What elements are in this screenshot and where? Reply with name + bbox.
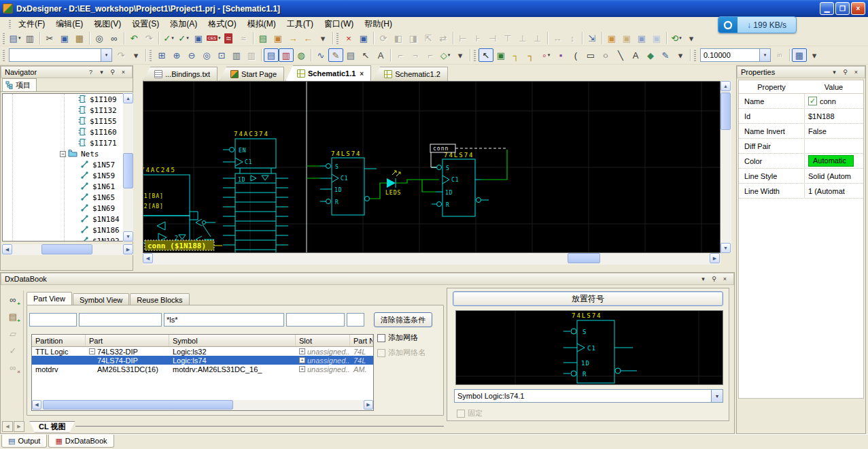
value-combo[interactable]: ▾: [9, 48, 112, 62]
tree-item[interactable]: $1N186: [3, 224, 123, 235]
text-tool-button[interactable]: A: [628, 48, 643, 62]
panel-menu-button[interactable]: ▾: [97, 67, 107, 77]
tab-part-view[interactable]: Part View: [27, 292, 72, 305]
tree-folder-nets[interactable]: −Nets: [3, 148, 123, 159]
toolbar-overflow[interactable]: ▾: [807, 48, 822, 62]
tab-reuse-blocks[interactable]: Reuse Blocks: [130, 293, 189, 305]
ces-button[interactable]: CES▾: [206, 31, 221, 45]
add-library-button[interactable]: ▤+: [5, 309, 21, 324]
expand-icon[interactable]: +: [299, 348, 305, 354]
table-row[interactable]: 74LS74-DIPLogic:ls74+unassigned...74L: [32, 356, 373, 365]
place-symbol-button[interactable]: 放置符号: [453, 291, 723, 306]
tree-item[interactable]: $1I155: [3, 116, 123, 127]
table-row[interactable]: TTL Logic−74LS32-DIPLogic:ls32+unassigne…: [32, 347, 373, 356]
line-tool-button[interactable]: ╲: [613, 48, 628, 62]
scroll-right-icon[interactable]: ▶: [364, 400, 373, 410]
copy-block-button[interactable]: ▣: [271, 31, 285, 45]
navigator-toggle-button[interactable]: ▤: [264, 48, 279, 62]
scrollbar-thumb[interactable]: [43, 400, 233, 410]
tab--bindings-txt[interactable]: ...Bindings.txt: [143, 67, 218, 81]
column-slot[interactable]: Slot: [296, 335, 350, 346]
parts-table[interactable]: PartitionPartSymbolSlotPart N TTL Logic−…: [31, 334, 374, 411]
scroll-left-icon[interactable]: ◀: [32, 400, 41, 410]
canvas-vscrollbar[interactable]: ▲ ▼: [721, 81, 731, 253]
output-toggle-button[interactable]: ▥: [279, 48, 294, 62]
menu-item[interactable]: 模拟(M): [242, 17, 281, 31]
send-backward-button[interactable]: ▣: [649, 31, 664, 45]
menu-item[interactable]: 视图(V): [88, 17, 126, 31]
component-74ls74-1[interactable]: 74LS74 S C1 1D R: [320, 150, 377, 215]
packager-button[interactable]: ▣: [191, 31, 206, 45]
tab-symbol-view[interactable]: Symbol View: [73, 293, 129, 305]
zoom-select-button[interactable]: ◎: [92, 31, 107, 45]
speed-overlay[interactable]: ↓ 199 KB/s: [718, 16, 797, 33]
scroll-left-icon[interactable]: ◀: [2, 244, 12, 254]
canvas-hscrollbar[interactable]: ◀ ▶: [143, 253, 721, 265]
rect-tool-button[interactable]: ▭: [583, 48, 598, 62]
paste-button[interactable]: ▦: [72, 31, 87, 45]
panel-close-button[interactable]: ×: [851, 67, 861, 77]
bus-tool-button[interactable]: ┐: [523, 48, 538, 62]
place-part-button[interactable]: ▣: [493, 48, 508, 62]
selected-net-label[interactable]: conn ($1N188): [145, 240, 222, 250]
tree-expander-icon[interactable]: −: [60, 151, 66, 157]
bottom-tab-dxdatabook[interactable]: ▦DxDataBook: [48, 435, 114, 448]
panel-menu-button[interactable]: ▾: [698, 274, 708, 284]
zoom-area-button[interactable]: ⊡: [214, 48, 229, 62]
property-row[interactable]: Diff Pair: [739, 139, 863, 154]
delete-button[interactable]: ×: [341, 31, 356, 45]
find-button[interactable]: ∞: [107, 31, 122, 45]
property-row[interactable]: Line StyleSolid (Autom: [739, 169, 863, 184]
scrollbar-thumb[interactable]: [721, 93, 731, 130]
component-74ac245[interactable]: 74AC245 N1[BA] N2[AB] 2: [143, 167, 215, 243]
menu-item[interactable]: 帮助(H): [359, 17, 398, 31]
copy-button[interactable]: ▣: [57, 31, 72, 45]
toolbar-overflow[interactable]: ▾: [453, 48, 468, 62]
tab-schematic1-1[interactable]: Schematic1.1×: [285, 65, 371, 81]
navigator-hscrollbar[interactable]: ◀ ▶: [2, 244, 133, 255]
scroll-up-icon[interactable]: ▲: [721, 81, 731, 91]
property-row[interactable]: Id$1N188: [739, 109, 863, 124]
menu-item[interactable]: 添加(A): [164, 17, 203, 31]
filter-input-4[interactable]: [347, 313, 364, 327]
table-hscrollbar[interactable]: ◀ ▶: [32, 400, 373, 410]
libraries-button[interactable]: ▤: [256, 31, 271, 45]
column-part-n[interactable]: Part N: [350, 335, 373, 346]
search-parts-button[interactable]: ∞+: [5, 292, 21, 307]
panel-close-button[interactable]: ×: [720, 274, 730, 284]
restore-button[interactable]: ❐: [835, 2, 850, 15]
history-button[interactable]: ⟲▾: [669, 31, 684, 45]
tree-item[interactable]: $1N59: [3, 170, 123, 181]
tree-item[interactable]: $1N57: [3, 159, 123, 170]
filter-input-3[interactable]: [286, 313, 345, 327]
picture-tool-button[interactable]: ◆: [643, 48, 658, 62]
undo-button[interactable]: ↶: [126, 31, 141, 45]
panel-close-button[interactable]: ×: [118, 67, 128, 77]
fit-view-button[interactable]: ⊞: [154, 48, 169, 62]
filter-input-2[interactable]: [164, 313, 284, 327]
minimize-button[interactable]: ▁: [820, 2, 834, 15]
expand-icon[interactable]: +: [299, 357, 305, 363]
chevron-down-icon[interactable]: ▾: [759, 49, 770, 61]
connectivity-check-button[interactable]: ✓▾: [176, 31, 191, 45]
collapse-icon[interactable]: −: [89, 348, 95, 354]
find-text-button[interactable]: A: [373, 48, 388, 62]
tree-item[interactable]: $1N184: [3, 214, 123, 224]
table-row[interactable]: motdrvAM26LS31DC(16)motdrv:AM26LS31DC_16…: [32, 365, 373, 373]
menu-item[interactable]: 窗口(W): [319, 17, 359, 31]
circle-tool-button[interactable]: ○: [598, 48, 613, 62]
scroll-down-icon[interactable]: ▼: [123, 231, 133, 242]
symbol-editor-button[interactable]: ▣: [356, 31, 371, 45]
new-document-button[interactable]: ▤▾: [7, 31, 22, 45]
tree-item[interactable]: $1I171: [3, 137, 123, 148]
zoom-in-button[interactable]: ⊕: [169, 48, 184, 62]
filter-input-0[interactable]: [29, 313, 77, 327]
verify-button[interactable]: ✓▾: [161, 31, 176, 45]
tree-item[interactable]: $1I132: [3, 105, 123, 116]
checkbox-checked-icon[interactable]: ✓: [808, 97, 817, 105]
panel-pin-button[interactable]: ⚲: [709, 274, 719, 284]
send-to-back-button[interactable]: ▣: [619, 31, 634, 45]
tab-schematic1-2[interactable]: Schematic1.2: [372, 67, 448, 81]
place-symbol-tool-button[interactable]: ▪: [553, 48, 568, 62]
select-tool-button[interactable]: ↖: [479, 48, 493, 62]
